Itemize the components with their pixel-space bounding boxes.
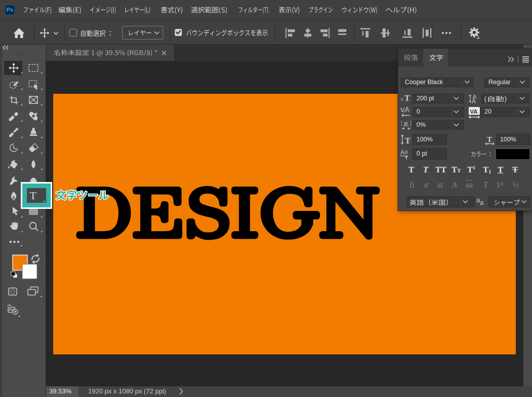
svg-text:T: T	[487, 135, 492, 143]
svg-text:A: A	[400, 149, 405, 156]
svg-text:A: A	[405, 106, 409, 114]
svg-text:т: т	[401, 96, 403, 102]
svg-text:a: a	[480, 199, 484, 206]
svg-text:T: T	[405, 136, 411, 146]
svg-text:V: V	[400, 106, 404, 114]
svg-text:T: T	[404, 93, 410, 103]
svg-text:A: A	[472, 98, 476, 105]
svg-text:a: a	[405, 149, 408, 155]
svg-text:T: T	[30, 189, 37, 202]
svg-text:VA: VA	[470, 109, 478, 115]
